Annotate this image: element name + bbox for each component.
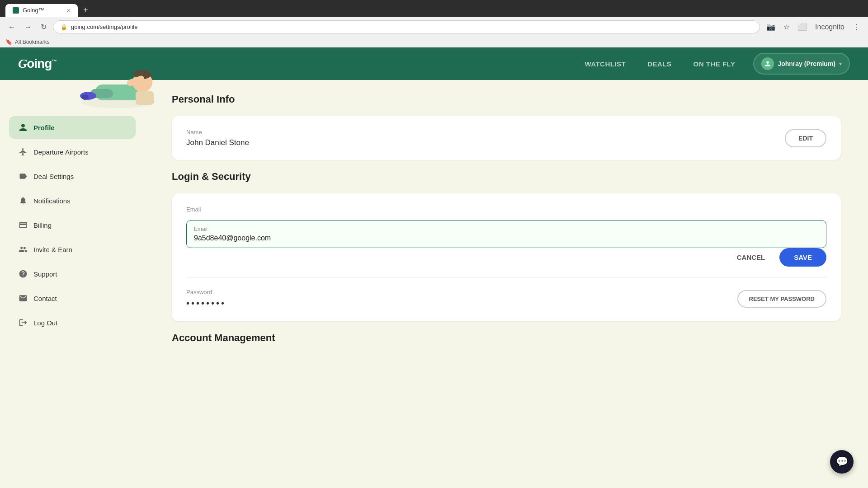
email-btn-row: CANCEL SAVE <box>186 248 826 267</box>
on-the-fly-link[interactable]: ON THE FLY <box>693 60 736 68</box>
sidebar-item-notifications[interactable]: Notifications <box>9 189 136 212</box>
name-card: Name John Daniel Stone EDIT <box>172 116 841 160</box>
support-icon <box>18 269 28 279</box>
sidebar-illustration <box>72 53 163 116</box>
logout-icon <box>18 318 28 328</box>
edit-name-button[interactable]: EDIT <box>785 129 826 147</box>
browser-toolbar: ← → ↻ 🔒 going.com/settings/profile 📷 ☆ ⬜… <box>0 17 868 37</box>
refresh-button[interactable]: ↻ <box>38 21 49 33</box>
user-name: Johnray (Premium) <box>778 60 835 67</box>
sidebar-item-profile[interactable]: Profile <box>9 116 136 139</box>
email-card: Email Email CANCEL SAVE Password •••••••… <box>172 193 841 321</box>
sidebar-invite-earn-label: Invite & Earn <box>33 246 72 253</box>
url-text: going.com/settings/profile <box>71 23 137 30</box>
name-label: Name <box>186 129 249 136</box>
toolbar-actions: 📷 ☆ ⬜ Incognito ⋮ <box>764 21 863 33</box>
name-field-row: Name John Daniel Stone EDIT <box>186 129 826 147</box>
chevron-down-icon: ▾ <box>839 61 842 67</box>
bookmark-icon: 🔖 <box>5 39 12 45</box>
reset-password-button[interactable]: RESET MY PASSWORD <box>737 290 826 308</box>
email-input-label: Email <box>194 226 819 232</box>
main-content: Personal Info Name John Daniel Stone EDI… <box>145 80 868 368</box>
menu-button[interactable]: ⋮ <box>850 21 863 33</box>
email-input[interactable] <box>194 234 819 242</box>
watchlist-link[interactable]: WATCHLIST <box>585 60 626 68</box>
name-value: John Daniel Stone <box>186 138 249 147</box>
name-field: Name John Daniel Stone <box>186 129 249 147</box>
billing-icon <box>18 220 28 230</box>
sidebar-billing-label: Billing <box>33 221 52 229</box>
email-input-container[interactable]: Email <box>186 220 826 248</box>
address-bar[interactable]: 🔒 going.com/settings/profile <box>53 20 760 33</box>
password-field: Password •••••••• <box>186 289 226 309</box>
sidebar-contact-label: Contact <box>33 295 57 302</box>
notifications-icon <box>18 196 28 206</box>
contact-icon <box>18 293 28 303</box>
active-tab[interactable]: Going™ × <box>5 4 78 17</box>
account-management-title: Account Management <box>172 332 841 344</box>
sidebar-item-departure-airports[interactable]: Departure Airports <box>9 141 136 163</box>
camera-off-icon[interactable]: 📷 <box>764 21 778 33</box>
user-avatar-icon <box>761 57 774 70</box>
all-bookmarks-label: All Bookmarks <box>15 39 50 45</box>
password-row: Password •••••••• RESET MY PASSWORD <box>186 289 826 309</box>
logo-text: Going™ <box>18 56 57 71</box>
svg-rect-8 <box>136 91 154 105</box>
bookmarks-bar: 🔖 All Bookmarks <box>0 37 868 47</box>
nav-logo: Going™ <box>18 56 57 71</box>
cancel-button[interactable]: CANCEL <box>728 249 774 266</box>
tab-favicon <box>13 7 19 14</box>
sidebar-notifications-label: Notifications <box>33 197 71 205</box>
deals-link[interactable]: DEALS <box>647 60 671 68</box>
incognito-label: Incognito <box>815 23 844 31</box>
password-label: Password <box>186 289 226 296</box>
email-section-label: Email <box>186 206 826 213</box>
browser-chrome: Going™ × + <box>0 0 868 17</box>
nav-links: WATCHLIST DEALS ON THE FLY <box>585 60 735 68</box>
invite-earn-icon <box>18 244 28 254</box>
sidebar: Profile Departure Airports Deal Settings <box>0 80 145 368</box>
sidebar-logout-label: Log Out <box>33 319 57 327</box>
deal-settings-icon <box>18 171 28 181</box>
departure-airports-icon <box>18 147 28 157</box>
sidebar-item-billing[interactable]: Billing <box>9 214 136 236</box>
sidebar-item-invite-earn[interactable]: Invite & Earn <box>9 238 136 261</box>
sidebar-item-deal-settings[interactable]: Deal Settings <box>9 165 136 188</box>
browser-tabs: Going™ × + <box>5 4 863 17</box>
sidebar-nav: Profile Departure Airports Deal Settings <box>0 116 145 334</box>
forward-button[interactable]: → <box>22 21 34 33</box>
tab-title: Going™ <box>23 7 44 14</box>
personal-info-title: Personal Info <box>172 94 841 105</box>
login-security-title: Login & Security <box>172 171 841 183</box>
lock-icon: 🔒 <box>61 24 67 30</box>
sidebar-deal-settings-label: Deal Settings <box>33 173 74 180</box>
password-value: •••••••• <box>186 298 226 309</box>
section-divider <box>186 277 826 278</box>
chat-icon: 💬 <box>836 456 848 468</box>
sidebar-departure-label: Departure Airports <box>33 148 89 156</box>
sidebar-item-logout[interactable]: Log Out <box>9 311 136 334</box>
sidebar-item-contact[interactable]: Contact <box>9 287 136 310</box>
star-icon[interactable]: ☆ <box>781 21 793 33</box>
sidebar-support-label: Support <box>33 270 57 278</box>
chat-button[interactable]: 💬 <box>830 450 854 474</box>
sidebar-item-support[interactable]: Support <box>9 263 136 285</box>
app: Going™ WATCHLIST DEALS ON THE FLY Johnra… <box>0 47 868 445</box>
tablet-icon[interactable]: ⬜ <box>795 21 810 33</box>
new-tab-button[interactable]: + <box>80 4 92 17</box>
incognito-button[interactable]: Incognito <box>812 21 847 33</box>
profile-icon <box>18 122 28 132</box>
tab-close-button[interactable]: × <box>67 7 71 14</box>
svg-point-7 <box>81 94 89 100</box>
page-content: Profile Departure Airports Deal Settings <box>0 80 868 386</box>
sidebar-profile-label: Profile <box>33 124 55 131</box>
user-menu[interactable]: Johnray (Premium) ▾ <box>753 53 850 75</box>
back-button[interactable]: ← <box>5 21 18 33</box>
save-button[interactable]: SAVE <box>779 248 826 267</box>
